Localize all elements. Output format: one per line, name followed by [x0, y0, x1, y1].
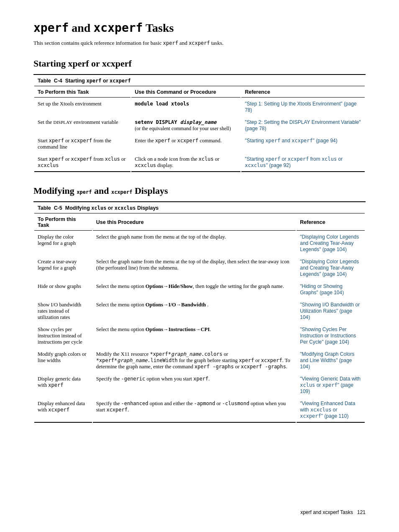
footer-right: xperf and xcxperf Tasks 121 [300, 509, 366, 515]
cell-reference: "Modifying Graph Colors and Line Widths"… [297, 349, 365, 373]
cell-task: Start xperf or xcxperf from the command … [34, 135, 130, 153]
title-code-xperf: xperf [33, 21, 69, 35]
cell-procedure: module load xtools [131, 98, 240, 116]
table-row: Show I/O bandwidth rates instead of util… [34, 299, 365, 323]
section1-title: Starting xperf or xcxperf [33, 58, 366, 69]
cell-procedure: Specify the -generic option when you sta… [93, 373, 296, 397]
cell-procedure: Select the graph name from the menu at t… [93, 231, 296, 255]
table-c4-caption: Table C-4 Starting xperf or xcxperf [34, 76, 365, 86]
cell-procedure: Select the graph name from the menu at t… [93, 256, 296, 280]
table-c5-caption-code2: xcxclus [115, 205, 136, 211]
table-c5-header-reference: Reference [297, 214, 365, 231]
table-c5-caption-row: Table C-5 Modifying xclus or xcxclus Dis… [34, 203, 365, 213]
cell-reference: "Step 1: Setting Up the Xtools Environme… [241, 98, 365, 116]
table-row: Start xperf or xcxperf from the command … [34, 135, 365, 153]
table-c5-header-procedure: Use this Procedure [93, 214, 296, 231]
table-c5-caption-text: Table C-5 Modifying [38, 205, 91, 211]
table-row: Start xperf or xcxperf from xclus or xcx… [34, 154, 365, 172]
table-c4-caption-code2: xcxperf [110, 78, 131, 84]
table-row: Modify graph colors or line widths Modif… [34, 349, 365, 373]
table-c4-caption-code1: xperf [86, 78, 101, 84]
title-and: and [69, 21, 93, 34]
intro-paragraph: This section contains quick reference in… [33, 40, 366, 46]
cell-procedure: setenv DISPLAY display_name (or the equi… [131, 117, 240, 134]
table-c5-caption-suffix: Displays [136, 205, 159, 211]
table-c5-caption: Table C-5 Modifying xclus or xcxclus Dis… [34, 203, 365, 213]
cell-reference: "Showing Cycles Per Instruction or Instr… [297, 324, 365, 348]
cell-task: Create a tear-away legend for a graph [34, 256, 92, 280]
cell-procedure: Click on a node icon from the xclus or x… [131, 154, 240, 172]
table-c4-header-row: To Perform this Task Use this Command or… [34, 87, 365, 98]
table-c4-header-task: To Perform this Task [34, 87, 130, 98]
cell-task: Display generic data with xperf [34, 373, 92, 397]
table-row: Show cycles per instruction instead of i… [34, 324, 365, 348]
table-c4-caption-row: Table C-4 Starting xperf or xcxperf [34, 76, 365, 86]
cell-procedure: Select the menu option Options→Instructi… [93, 324, 296, 348]
cell-procedure: Enter the xperf or xcxperf command. [131, 135, 240, 153]
cell-task: Show I/O bandwidth rates instead of util… [34, 299, 92, 323]
cell-reference: "Starting xperf or xcxperf from xclus or… [241, 154, 365, 172]
cell-procedure: Specify the -enhanced option and either … [93, 398, 296, 423]
table-c5-header-row: To Perform this Task Use this Procedure … [34, 214, 365, 231]
cell-procedure: Modify the X11 resource *xperf*graph_nam… [93, 349, 296, 373]
table-row: Set up the Xtools environment module loa… [34, 98, 365, 116]
cell-reference: "Step 2: Setting the DISPLAY Environment… [241, 117, 365, 134]
title-code-xcxperf: xcxperf [93, 21, 143, 35]
cell-reference: "Hiding or Showing Graphs" (page 104) [297, 281, 365, 298]
table-c4-header-procedure: Use this Command or Procedure [131, 87, 240, 98]
cell-task: Modify graph colors or line widths [34, 349, 92, 373]
table-c4-caption-or: or [102, 78, 110, 84]
cell-reference: "Viewing Enhanced Data with xcxclus or x… [297, 398, 365, 423]
page-title: xperf and xcxperf Tasks [33, 21, 366, 35]
table-c4-header-reference: Reference [241, 87, 365, 98]
table-row: Display generic data with xperf Specify … [34, 373, 365, 397]
table-row: Hide or show graphs Select the menu opti… [34, 281, 365, 298]
cell-procedure: Select the menu option Options→Hide/Show… [93, 281, 296, 298]
table-c4-caption-text: Table C-4 Starting [38, 78, 86, 84]
table-row: Set the DISPLAY environment variable set… [34, 117, 365, 134]
cell-task: Hide or show graphs [34, 281, 92, 298]
table-row: Display the color legend for a graph Sel… [34, 231, 365, 255]
cell-task: Display the color legend for a graph [34, 231, 92, 255]
table-c5-caption-or: or [106, 205, 114, 211]
cell-task: Set the DISPLAY environment variable [34, 117, 130, 134]
cell-reference: "Showing I/O Bandwidth or Utilization Ra… [297, 299, 365, 323]
table-c5: Table C-5 Modifying xclus or xcxclus Dis… [33, 201, 366, 424]
section2-title: Modifying xperf and xcxperf Displays [33, 185, 366, 196]
cell-reference: "Viewing Generic Data with xclus or xper… [297, 373, 365, 397]
title-suffix: Tasks [143, 21, 174, 34]
table-row: Create a tear-away legend for a graph Se… [34, 256, 365, 280]
cell-reference: "Displaying Color Legends and Creating T… [297, 231, 365, 255]
page-footer: xperf and xcxperf Tasks 121 [0, 509, 399, 515]
cell-task: Display enhanced data with xcxperf [34, 398, 92, 423]
table-row: Display enhanced data with xcxperf Speci… [34, 398, 365, 423]
table-c5-caption-code1: xclus [91, 205, 106, 211]
cell-task: Start xperf or xcxperf from xclus or xcx… [34, 154, 130, 172]
cell-reference: "Starting xperf and xcxperf" (page 94) [241, 135, 365, 153]
cell-reference: "Displaying Color Legends and Creating T… [297, 256, 365, 280]
cell-task: Set up the Xtools environment [34, 98, 130, 116]
table-c4: Table C-4 Starting xperf or xcxperf To P… [33, 74, 366, 173]
cell-task: Show cycles per instruction instead of i… [34, 324, 92, 348]
table-c5-header-task: To Perform this Task [34, 214, 92, 231]
cell-procedure: Select the menu option Options→I/O→Bandw… [93, 299, 296, 323]
